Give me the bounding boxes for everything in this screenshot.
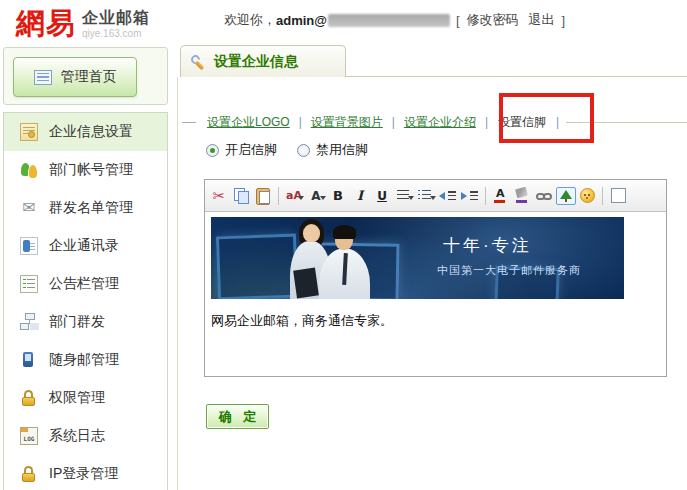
- sidebar-item-mass-mail-list-management[interactable]: 群发名单管理: [4, 189, 167, 227]
- sidebar-item-ip-login-management[interactable]: IP登录管理: [4, 455, 167, 490]
- sidebar-item-permission-management[interactable]: 权限管理: [4, 379, 167, 417]
- orgmail-icon: [20, 313, 38, 331]
- netease-logo-cn: 網易: [16, 6, 76, 40]
- account-name: admin@: [276, 13, 327, 28]
- admin-home-button[interactable]: 管理首页: [13, 57, 137, 97]
- sidebar-item-company-contacts[interactable]: 企业通讯录: [4, 227, 167, 265]
- netease-logo: 網易 企业邮箱 qiye.163.com: [16, 6, 150, 40]
- sidebar-item-dept-account-management[interactable]: 部门帐号管理: [4, 151, 167, 189]
- indent-icon[interactable]: [459, 185, 481, 207]
- wrench-icon: [191, 54, 206, 69]
- subnav-separator: |: [554, 115, 561, 129]
- outdent-icon[interactable]: [437, 185, 459, 207]
- tab-title: 设置企业信息: [214, 53, 298, 71]
- sidebar-item-system-log[interactable]: 系统日志: [4, 417, 167, 455]
- cut-icon[interactable]: [208, 185, 230, 207]
- contact-icon: [20, 237, 38, 255]
- account-domain-redacted: [328, 14, 450, 27]
- separator: [278, 187, 279, 205]
- subnav-links: 设置企业LOGO|设置背景图片|设置企业介绍|设置信脚|: [200, 114, 561, 131]
- people-icon: [20, 161, 38, 179]
- lock-icon: [20, 389, 38, 407]
- align-icon[interactable]: [393, 185, 415, 207]
- banner-screen-frame: [216, 234, 298, 299]
- tab-company-info-settings[interactable]: 设置企业信息: [180, 45, 346, 77]
- sidebar-item-company-info-settings[interactable]: 企业信息设置: [4, 113, 167, 151]
- subnav-set-company-intro[interactable]: 设置企业介绍: [397, 114, 483, 131]
- separator: [485, 187, 486, 205]
- bracket-close: ]: [562, 13, 566, 28]
- footer-disable-radio[interactable]: [297, 144, 310, 157]
- subnav-set-background-image[interactable]: 设置背景图片: [304, 114, 390, 131]
- welcome-prefix: 欢迎你，: [224, 11, 276, 29]
- italic-icon[interactable]: [349, 185, 371, 207]
- sidebar-item-label: 部门群发: [49, 313, 105, 331]
- emoticon-icon[interactable]: [576, 185, 598, 207]
- banner-person-man: [333, 225, 356, 239]
- subnav-separator: |: [297, 115, 304, 129]
- sidebar-item-bulletin-board-management[interactable]: 公告栏管理: [4, 265, 167, 303]
- sidebar-item-label: 权限管理: [49, 389, 105, 407]
- admin-home-button-label: 管理首页: [61, 68, 117, 86]
- sidebar-item-label: 部门帐号管理: [49, 161, 133, 179]
- separator: [602, 187, 603, 205]
- editor-content-area[interactable]: 十年·专注 中国第一大电子邮件服务商 网易企业邮箱，商务通信专家。: [205, 212, 666, 380]
- editor-toolbar: [205, 180, 666, 212]
- bg-color-icon[interactable]: [512, 185, 534, 207]
- sidebar-item-label: 随身邮管理: [49, 351, 119, 369]
- mail-icon: [20, 199, 38, 217]
- paste-icon[interactable]: [252, 185, 274, 207]
- product-domain: qiye.163.com: [82, 29, 150, 39]
- subnav-separator: |: [390, 115, 397, 129]
- image-icon[interactable]: [556, 187, 576, 205]
- footer-banner-image[interactable]: 十年·专注 中国第一大电子邮件服务商: [211, 217, 624, 299]
- product-name: 企业邮箱: [82, 10, 150, 26]
- subnav-set-mail-footer[interactable]: 设置信脚: [490, 114, 554, 131]
- sidebar-item-label: 公告栏管理: [49, 275, 119, 293]
- footer-option-row: 开启信脚 禁用信脚: [206, 141, 388, 159]
- banner-folder: [293, 268, 319, 299]
- subnav-set-company-logo[interactable]: 设置企业LOGO: [200, 114, 297, 131]
- sidebar-item-dept-mass-mail[interactable]: 部门群发: [4, 303, 167, 341]
- home-screen-icon: [34, 70, 52, 85]
- subnav-trail-line: [566, 122, 687, 123]
- lock-icon: [20, 465, 38, 483]
- bracket-open: [: [456, 13, 460, 28]
- font-color-icon[interactable]: [490, 185, 512, 207]
- header: 網易 企业邮箱 qiye.163.com 欢迎你， admin@ [ 修改密码 …: [0, 0, 687, 45]
- sidebar-item-label: 群发名单管理: [49, 199, 133, 217]
- sidebar-home-box: 管理首页: [3, 47, 168, 105]
- footer-enable-label: 开启信脚: [225, 141, 277, 159]
- sidebar-item-label: 企业通讯录: [49, 237, 119, 255]
- footer-enable-radio[interactable]: [206, 144, 219, 157]
- welcome-bar: 欢迎你， admin@ [ 修改密码 退出 ]: [224, 11, 567, 29]
- footer-disable-label: 禁用信脚: [316, 141, 368, 159]
- sidebar-item-mobile-mail-management[interactable]: 随身邮管理: [4, 341, 167, 379]
- sidebar-item-label: IP登录管理: [49, 465, 118, 483]
- banner-person-woman: [303, 224, 320, 242]
- font-size-icon[interactable]: [305, 185, 327, 207]
- log-icon: [20, 427, 38, 445]
- underline-icon[interactable]: [371, 185, 393, 207]
- change-password-link[interactable]: 修改密码: [467, 11, 519, 29]
- copy-icon[interactable]: [230, 185, 252, 207]
- admin-console-page: 網易 企业邮箱 qiye.163.com 欢迎你， admin@ [ 修改密码 …: [0, 0, 687, 490]
- confirm-button[interactable]: 确 定: [206, 404, 269, 429]
- subnav: 设置企业LOGO|设置背景图片|设置企业介绍|设置信脚|: [178, 110, 687, 134]
- link-icon[interactable]: [534, 185, 556, 207]
- sidebar-item-label: 系统日志: [49, 427, 105, 445]
- logout-link[interactable]: 退出: [529, 11, 555, 29]
- banner-title: 十年·专注: [443, 234, 532, 257]
- cert-icon: [20, 123, 38, 141]
- subnav-separator: |: [483, 115, 490, 129]
- banner-subtitle: 中国第一大电子邮件服务商: [437, 263, 581, 278]
- list-icon[interactable]: [415, 185, 437, 207]
- sidebar-item-label: 企业信息设置: [49, 123, 133, 141]
- select-box-icon[interactable]: [607, 185, 629, 207]
- font-family-icon[interactable]: [283, 185, 305, 207]
- phone-icon: [20, 351, 38, 369]
- panel-left-border: [177, 77, 178, 490]
- footer-body-text: 网易企业邮箱，商务通信专家。: [211, 312, 666, 330]
- bold-icon[interactable]: [327, 185, 349, 207]
- panel-top-border: [346, 76, 687, 77]
